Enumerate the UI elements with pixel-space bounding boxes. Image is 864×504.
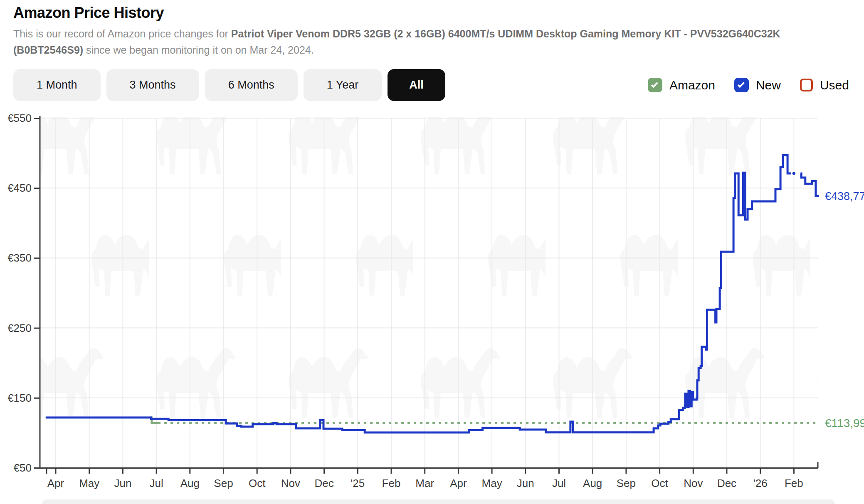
- x-axis-tick-label: Jul: [552, 477, 566, 489]
- y-axis-tick-label: €350: [7, 252, 32, 264]
- x-axis-tick-label: Oct: [249, 477, 266, 489]
- used-legend-label: Used: [820, 78, 849, 92]
- x-axis-tick-label: '25: [351, 477, 365, 489]
- amazon-checkbox[interactable]: [648, 78, 662, 92]
- range-button-all[interactable]: All: [388, 69, 445, 101]
- x-axis-tick-label: Dec: [314, 477, 333, 489]
- x-axis-tick-label: Nov: [281, 477, 300, 489]
- x-axis-tick-label: Mar: [415, 477, 434, 489]
- x-axis-tick-label: Feb: [382, 477, 401, 489]
- page-subtitle: This is our record of Amazon price chang…: [13, 26, 850, 58]
- range-button-6-months[interactable]: 6 Months: [205, 69, 298, 101]
- check-icon: [651, 81, 658, 88]
- check-icon: [738, 81, 745, 88]
- amazon-legend-label: Amazon: [669, 78, 715, 92]
- page-header: Amazon Price History This is our record …: [0, 0, 864, 58]
- x-axis-tick-label: Jun: [517, 477, 534, 489]
- x-axis-tick-label: Apr: [450, 477, 467, 489]
- y-axis-tick-label: €450: [7, 182, 32, 194]
- y-axis-tick-label: €150: [7, 392, 32, 404]
- amazon-last-price-label: €113,99: [825, 417, 864, 430]
- legend-item-used[interactable]: Used: [800, 78, 849, 92]
- x-axis-tick-label: May: [482, 477, 502, 489]
- x-axis-tick-label: Apr: [47, 477, 64, 489]
- subtitle-prefix: This is our record of Amazon price chang…: [13, 28, 231, 40]
- new-checkbox[interactable]: [734, 78, 749, 92]
- x-axis-tick-label: Aug: [583, 477, 602, 489]
- page-title: Amazon Price History: [13, 3, 850, 22]
- legend-item-amazon[interactable]: Amazon: [648, 78, 715, 92]
- range-button-1-month[interactable]: 1 Month: [13, 69, 101, 101]
- series-legend: Amazon New Used: [648, 78, 849, 92]
- x-axis-tick-label: Nov: [684, 477, 703, 489]
- x-axis-tick-label: Jun: [114, 477, 131, 489]
- x-axis-tick-label: '26: [753, 477, 768, 489]
- x-axis-tick-label: Sep: [617, 477, 636, 489]
- x-axis-tick-label: Jul: [149, 477, 163, 489]
- range-buttons: 1 Month 3 Months 6 Months 1 Year All: [13, 69, 445, 101]
- price-history-svg: €550€450€350€250€150€50AprMayJunJulAugSe…: [0, 106, 864, 497]
- camel-watermark: [40, 117, 818, 468]
- next-section-strip: [42, 499, 835, 504]
- y-axis-tick-label: €550: [7, 112, 32, 124]
- x-axis-tick-label: Aug: [180, 477, 200, 489]
- x-axis-tick-label: Oct: [651, 477, 668, 489]
- range-button-3-months[interactable]: 3 Months: [106, 69, 199, 101]
- used-checkbox[interactable]: [800, 79, 813, 91]
- x-axis-tick-label: Sep: [214, 477, 233, 489]
- x-axis-tick-label: Feb: [785, 477, 803, 489]
- new-legend-label: New: [756, 78, 781, 92]
- price-history-chart: €550€450€350€250€150€50AprMayJunJulAugSe…: [0, 106, 864, 497]
- current-price-label: €438,77: [825, 190, 864, 203]
- x-axis-tick-label: Dec: [717, 477, 736, 489]
- y-axis-tick-label: €250: [7, 322, 32, 334]
- x-axis-tick-label: May: [79, 477, 99, 489]
- range-button-1-year[interactable]: 1 Year: [304, 69, 382, 101]
- chart-controls: 1 Month 3 Months 6 Months 1 Year All Ama…: [0, 69, 864, 101]
- legend-item-new[interactable]: New: [734, 78, 781, 92]
- y-axis-tick-label: €50: [14, 462, 32, 474]
- subtitle-suffix: since we began monitoring it on on Mar 2…: [83, 44, 314, 56]
